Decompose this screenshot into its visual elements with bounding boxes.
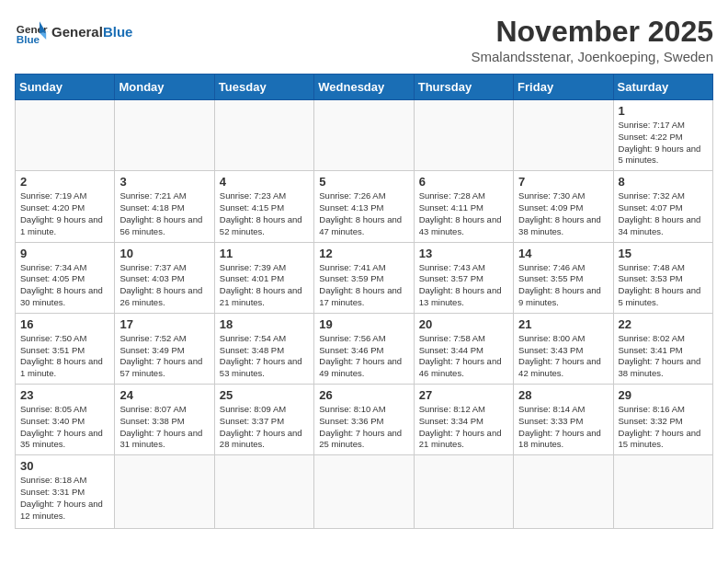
day-number: 25 (220, 388, 309, 402)
calendar-cell: 27Sunrise: 8:12 AM Sunset: 3:34 PM Dayli… (414, 385, 513, 455)
day-header-wednesday: Wednesday (314, 75, 414, 100)
logo: General Blue GeneralBlue (15, 15, 132, 48)
logo-text: GeneralBlue (51, 24, 132, 40)
day-number: 3 (119, 175, 209, 189)
day-info: Sunrise: 7:41 AM Sunset: 3:59 PM Dayligh… (319, 262, 408, 309)
day-info: Sunrise: 7:56 AM Sunset: 3:46 PM Dayligh… (319, 333, 408, 380)
calendar-cell: 20Sunrise: 7:58 AM Sunset: 3:44 PM Dayli… (414, 313, 513, 384)
day-info: Sunrise: 8:05 AM Sunset: 3:40 PM Dayligh… (20, 404, 109, 451)
day-info: Sunrise: 7:54 AM Sunset: 3:48 PM Dayligh… (220, 333, 309, 380)
day-header-thursday: Thursday (414, 75, 513, 100)
calendar-cell: 28Sunrise: 8:14 AM Sunset: 3:33 PM Dayli… (514, 385, 613, 455)
calendar-cell: 23Sunrise: 8:05 AM Sunset: 3:40 PM Dayli… (16, 385, 115, 455)
day-number: 18 (220, 317, 309, 331)
day-info: Sunrise: 7:21 AM Sunset: 4:18 PM Dayligh… (119, 190, 209, 237)
calendar-cell: 9Sunrise: 7:34 AM Sunset: 4:05 PM Daylig… (16, 242, 115, 313)
day-number: 9 (20, 247, 109, 260)
calendar-cell: 10Sunrise: 7:37 AM Sunset: 4:03 PM Dayli… (115, 242, 214, 313)
calendar-cell: 25Sunrise: 8:09 AM Sunset: 3:37 PM Dayli… (214, 385, 313, 455)
day-number: 8 (619, 175, 708, 189)
calendar-cell (414, 455, 513, 529)
calendar-cell: 18Sunrise: 7:54 AM Sunset: 3:48 PM Dayli… (214, 313, 313, 384)
calendar-cell: 15Sunrise: 7:48 AM Sunset: 3:53 PM Dayli… (613, 242, 712, 313)
day-info: Sunrise: 7:43 AM Sunset: 3:57 PM Dayligh… (419, 262, 508, 309)
svg-marker-3 (40, 33, 46, 40)
day-info: Sunrise: 7:19 AM Sunset: 4:20 PM Dayligh… (20, 190, 109, 237)
day-number: 17 (119, 317, 209, 331)
day-number: 16 (20, 317, 109, 331)
day-number: 24 (119, 388, 209, 402)
calendar-cell: 1Sunrise: 7:17 AM Sunset: 4:22 PM Daylig… (613, 100, 712, 171)
day-number: 1 (619, 104, 708, 118)
day-info: Sunrise: 8:12 AM Sunset: 3:34 PM Dayligh… (419, 404, 508, 451)
day-info: Sunrise: 7:50 AM Sunset: 3:51 PM Dayligh… (20, 333, 109, 380)
calendar-cell: 7Sunrise: 7:30 AM Sunset: 4:09 PM Daylig… (514, 171, 613, 242)
calendar-cell: 19Sunrise: 7:56 AM Sunset: 3:46 PM Dayli… (314, 313, 414, 384)
calendar-cell (414, 100, 513, 171)
calendar-cell: 21Sunrise: 8:00 AM Sunset: 3:43 PM Dayli… (514, 313, 613, 384)
week-row-1: 1Sunrise: 7:17 AM Sunset: 4:22 PM Daylig… (16, 100, 713, 171)
calendar-cell: 29Sunrise: 8:16 AM Sunset: 3:32 PM Dayli… (613, 385, 712, 455)
day-info: Sunrise: 7:39 AM Sunset: 4:01 PM Dayligh… (220, 262, 309, 309)
calendar-cell: 16Sunrise: 7:50 AM Sunset: 3:51 PM Dayli… (16, 313, 115, 384)
day-info: Sunrise: 7:34 AM Sunset: 4:05 PM Dayligh… (20, 262, 109, 309)
day-number: 5 (319, 175, 408, 189)
day-info: Sunrise: 7:37 AM Sunset: 4:03 PM Dayligh… (119, 262, 209, 309)
svg-text:Blue: Blue (17, 33, 40, 45)
calendar-cell (214, 100, 313, 171)
day-number: 15 (619, 247, 708, 260)
day-number: 6 (419, 175, 508, 189)
day-info: Sunrise: 8:10 AM Sunset: 3:36 PM Dayligh… (319, 404, 408, 451)
day-header-saturday: Saturday (613, 75, 712, 100)
day-number: 19 (319, 317, 408, 331)
day-info: Sunrise: 7:30 AM Sunset: 4:09 PM Dayligh… (518, 190, 608, 237)
day-number: 2 (20, 175, 109, 189)
title-block: November 2025 Smalandsstenar, Joenkoepin… (471, 15, 713, 64)
day-number: 7 (518, 175, 608, 189)
calendar-header-row: SundayMondayTuesdayWednesdayThursdayFrid… (16, 75, 713, 100)
calendar-cell (214, 455, 313, 529)
day-header-tuesday: Tuesday (214, 75, 313, 100)
calendar-cell: 2Sunrise: 7:19 AM Sunset: 4:20 PM Daylig… (16, 171, 115, 242)
day-info: Sunrise: 7:17 AM Sunset: 4:22 PM Dayligh… (619, 120, 708, 167)
day-info: Sunrise: 8:07 AM Sunset: 3:38 PM Dayligh… (119, 404, 209, 451)
calendar-cell (514, 455, 613, 529)
calendar-table: SundayMondayTuesdayWednesdayThursdayFrid… (15, 74, 713, 529)
page-header: General Blue GeneralBlue November 2025 S… (15, 15, 713, 64)
calendar-cell: 17Sunrise: 7:52 AM Sunset: 3:49 PM Dayli… (115, 313, 214, 384)
day-number: 20 (419, 317, 508, 331)
day-header-sunday: Sunday (16, 75, 115, 100)
day-number: 13 (419, 247, 508, 260)
calendar-cell (115, 100, 214, 171)
day-number: 23 (20, 388, 109, 402)
calendar-cell: 3Sunrise: 7:21 AM Sunset: 4:18 PM Daylig… (115, 171, 214, 242)
day-info: Sunrise: 7:48 AM Sunset: 3:53 PM Dayligh… (619, 262, 708, 309)
calendar-cell: 30Sunrise: 8:18 AM Sunset: 3:31 PM Dayli… (16, 455, 115, 529)
subtitle: Smalandsstenar, Joenkoeping, Sweden (471, 49, 713, 64)
day-info: Sunrise: 8:02 AM Sunset: 3:41 PM Dayligh… (619, 333, 708, 380)
day-info: Sunrise: 7:26 AM Sunset: 4:13 PM Dayligh… (319, 190, 408, 237)
day-number: 26 (319, 388, 408, 402)
day-number: 11 (220, 247, 309, 260)
calendar-cell: 24Sunrise: 8:07 AM Sunset: 3:38 PM Dayli… (115, 385, 214, 455)
day-number: 14 (518, 247, 608, 260)
calendar-cell: 11Sunrise: 7:39 AM Sunset: 4:01 PM Dayli… (214, 242, 313, 313)
month-title: November 2025 (471, 15, 713, 49)
calendar-cell: 4Sunrise: 7:23 AM Sunset: 4:15 PM Daylig… (214, 171, 313, 242)
calendar-cell: 12Sunrise: 7:41 AM Sunset: 3:59 PM Dayli… (314, 242, 414, 313)
day-info: Sunrise: 7:46 AM Sunset: 3:55 PM Dayligh… (518, 262, 608, 309)
day-number: 30 (20, 459, 109, 473)
day-info: Sunrise: 8:14 AM Sunset: 3:33 PM Dayligh… (518, 404, 608, 451)
day-number: 4 (220, 175, 309, 189)
calendar-cell: 5Sunrise: 7:26 AM Sunset: 4:13 PM Daylig… (314, 171, 414, 242)
day-info: Sunrise: 7:23 AM Sunset: 4:15 PM Dayligh… (220, 190, 309, 237)
calendar-cell: 6Sunrise: 7:28 AM Sunset: 4:11 PM Daylig… (414, 171, 513, 242)
day-info: Sunrise: 8:09 AM Sunset: 3:37 PM Dayligh… (220, 404, 309, 451)
calendar-cell (613, 455, 712, 529)
day-info: Sunrise: 8:00 AM Sunset: 3:43 PM Dayligh… (518, 333, 608, 380)
calendar-cell: 26Sunrise: 8:10 AM Sunset: 3:36 PM Dayli… (314, 385, 414, 455)
day-info: Sunrise: 7:28 AM Sunset: 4:11 PM Dayligh… (419, 190, 508, 237)
day-header-friday: Friday (514, 75, 613, 100)
calendar-cell (16, 100, 115, 171)
logo-icon: General Blue (15, 15, 48, 48)
